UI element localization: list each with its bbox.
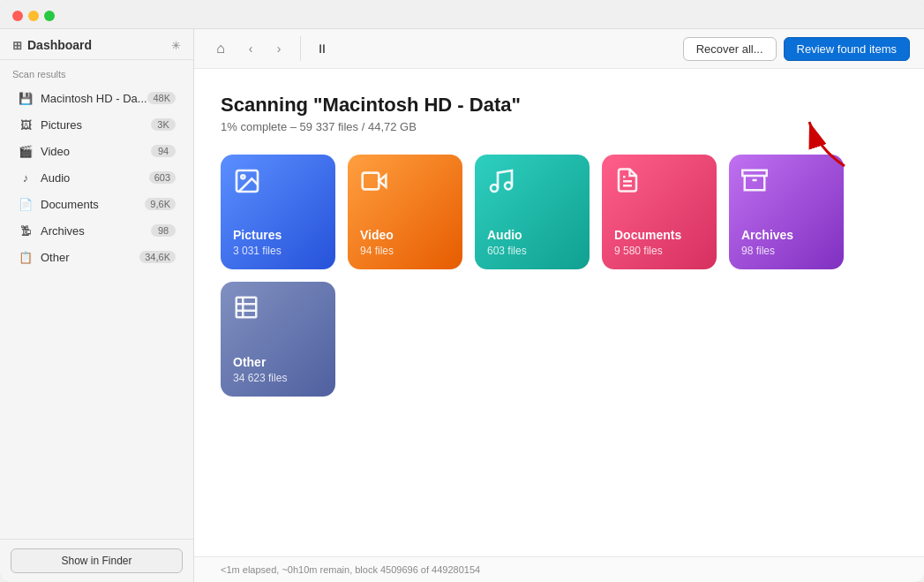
page-subtitle: 1% complete – 59 337 files / 44,72 GB [221,120,898,133]
other-card-icon [233,294,259,327]
category-card-documents[interactable]: Documents 9 580 files [602,155,717,269]
traffic-lights [0,0,67,28]
pictures-card-icon [233,167,261,201]
documents-icon: 📄 [18,196,34,212]
app-window: ⊞ Dashboard ✳ Scan results 💾 Macintosh H… [0,0,924,582]
sidebar-item-video-badge: 94 [151,145,176,157]
sidebar-item-audio-badge: 603 [149,171,176,184]
sidebar-item-pictures-label: Pictures [41,118,151,132]
svg-rect-9 [742,170,767,176]
dashboard-nav-item[interactable]: ⊞ Dashboard [12,38,92,52]
spinner-icon: ✳ [171,39,181,52]
audio-card-icon [487,167,515,201]
svg-rect-11 [237,298,257,318]
sidebar-item-video[interactable]: 🎬 Video 94 [5,139,188,163]
pictures-card-count: 3 031 files [233,245,323,257]
minimize-button[interactable] [28,11,39,21]
svg-rect-3 [363,173,379,190]
archives-card-count: 98 files [741,245,831,257]
forward-button[interactable]: › [268,38,289,59]
other-icon: 📋 [18,249,34,265]
category-card-pictures[interactable]: Pictures 3 031 files [221,155,335,269]
show-in-finder-button[interactable]: Show in Finder [11,548,183,573]
sidebar-item-documents-badge: 9,6K [145,198,176,210]
sidebar-item-archives-label: Archives [41,224,151,238]
archives-card-icon [741,167,768,200]
category-card-audio[interactable]: Audio 603 files [475,155,590,269]
category-card-archives[interactable]: Archives 98 files [729,155,844,269]
app-body: ⊞ Dashboard ✳ Scan results 💾 Macintosh H… [0,29,924,582]
sidebar-item-other-badge: 34,6K [139,251,176,263]
sidebar-item-other[interactable]: 📋 Other 34,6K [5,245,188,269]
maximize-button[interactable] [44,11,55,21]
status-bar: <1m elapsed, ~0h10m remain, block 450969… [194,556,924,582]
svg-point-2 [241,175,244,178]
sidebar-item-archives[interactable]: 🗜 Archives 98 [5,218,188,243]
pause-button[interactable]: ⏸ [312,38,333,59]
sidebar-item-pictures-badge: 3K [151,118,176,131]
other-card-name: Other [233,355,323,370]
status-text: <1m elapsed, ~0h10m remain, block 450969… [221,564,480,575]
archives-card-name: Archives [741,228,831,243]
svg-point-6 [505,182,512,189]
sidebar-item-documents-label: Documents [41,198,145,211]
sidebar-item-audio[interactable]: ♪ Audio 603 [5,165,188,190]
home-button[interactable]: ⌂ [208,36,233,61]
documents-card-name: Documents [614,228,704,243]
sidebar-item-other-label: Other [41,251,139,264]
back-button[interactable]: ‹ [240,38,261,59]
title-bar [0,0,924,29]
toolbar-divider [300,36,301,61]
dashboard-label: Dashboard [27,38,92,52]
scan-results-label: Scan results [0,60,193,85]
sidebar-item-video-label: Video [41,145,151,158]
sidebar-item-audio-label: Audio [41,171,149,185]
sidebar-item-macintosh-label: Macintosh HD - Da... [41,92,147,105]
documents-card-icon [614,167,641,200]
sidebar-item-pictures[interactable]: 🖼 Pictures 3K [5,112,188,137]
category-grid: Pictures 3 031 files Video 94 files [221,155,898,397]
sidebar-header: ⊞ Dashboard ✳ [0,29,193,60]
documents-card-count: 9 580 files [614,245,704,257]
category-card-video[interactable]: Video 94 files [348,155,462,269]
audio-card-count: 603 files [487,245,577,257]
sidebar-footer: Show in Finder [0,539,193,582]
sidebar-item-archives-badge: 98 [151,224,176,237]
audio-icon: ♪ [18,170,34,185]
toolbar: ⌂ ‹ › ⏸ Recover all... Review found item… [194,29,924,69]
grid-icon: ⊞ [12,39,22,52]
page-title: Scanning "Macintosh HD - Data" [221,94,898,117]
audio-card-name: Audio [487,228,577,243]
video-icon: 🎬 [18,143,34,159]
category-card-other[interactable]: Other 34 623 files [221,282,335,397]
video-card-count: 94 files [360,245,450,257]
sidebar: ⊞ Dashboard ✳ Scan results 💾 Macintosh H… [0,29,194,582]
pictures-icon: 🖼 [18,117,34,132]
archives-icon: 🗜 [18,223,34,238]
video-card-name: Video [360,228,450,243]
sidebar-item-macintosh-badge: 48K [147,92,176,104]
video-card-icon [360,167,388,201]
sidebar-item-macintosh-hd[interactable]: 💾 Macintosh HD - Da... 48K [5,86,188,110]
close-button[interactable] [12,11,23,21]
content-area: Scanning "Macintosh HD - Data" 1% comple… [194,69,924,556]
main-content: ⌂ ‹ › ⏸ Recover all... Review found item… [194,29,924,582]
svg-point-5 [491,185,498,192]
pictures-card-name: Pictures [233,228,323,243]
review-found-items-button[interactable]: Review found items [784,37,910,61]
other-card-count: 34 623 files [233,372,323,384]
recover-all-button[interactable]: Recover all... [683,37,777,61]
sidebar-item-documents[interactable]: 📄 Documents 9,6K [5,192,188,216]
drive-icon: 💾 [18,90,34,106]
